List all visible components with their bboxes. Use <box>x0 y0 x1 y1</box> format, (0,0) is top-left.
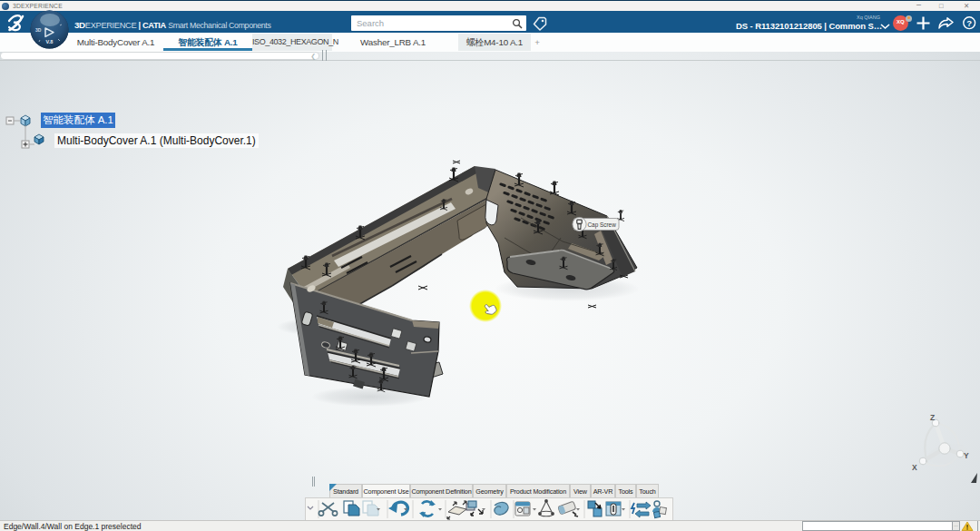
svg-text:Z: Z <box>930 413 935 422</box>
svg-text:X: X <box>912 463 917 472</box>
svg-text:V.8: V.8 <box>46 39 54 44</box>
svg-text:?: ? <box>966 18 972 28</box>
svg-text:Cap Screw: Cap Screw <box>588 221 617 229</box>
svg-text:Y: Y <box>964 451 969 460</box>
svg-text:3D: 3D <box>35 27 42 33</box>
